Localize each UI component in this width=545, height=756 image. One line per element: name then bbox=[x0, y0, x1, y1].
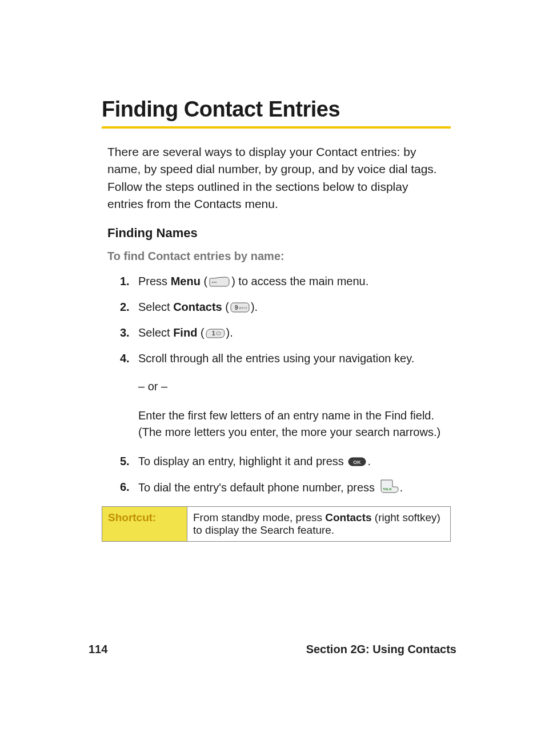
step-4: 4. Scroll through all the entries using … bbox=[120, 350, 445, 367]
bold: Menu bbox=[171, 275, 201, 287]
text: To dial the entry's default phone number… bbox=[138, 481, 378, 494]
key-9-icon: 9 WXYZ bbox=[230, 302, 250, 313]
text: . bbox=[400, 481, 403, 494]
shortcut-body: From standby mode, press Contacts (right… bbox=[187, 506, 451, 541]
step-number: 3. bbox=[120, 325, 138, 341]
text: ) to access the main menu. bbox=[231, 275, 368, 287]
step-5: 5. To display an entry, highlight it and… bbox=[120, 453, 445, 470]
text: ). bbox=[251, 301, 258, 313]
shortcut-label: Shortcut: bbox=[102, 506, 187, 541]
step-number: 4. bbox=[120, 350, 138, 367]
step-number: 2. bbox=[120, 299, 138, 315]
text: Press bbox=[138, 275, 171, 287]
text: ). bbox=[226, 326, 233, 339]
step-or: – or – bbox=[138, 378, 445, 395]
talk-key-icon: TALK bbox=[379, 479, 399, 494]
text: ( bbox=[201, 275, 207, 287]
lead-line: To find Contact entries by name: bbox=[107, 250, 451, 263]
svg-text:WXYZ: WXYZ bbox=[239, 306, 247, 310]
svg-text:TALK: TALK bbox=[383, 487, 392, 491]
subheading: Finding Names bbox=[107, 226, 451, 241]
page-footer: 114 Section 2G: Using Contacts bbox=[89, 643, 456, 656]
page-number: 114 bbox=[89, 643, 107, 656]
step-6: 6. To dial the entry's default phone num… bbox=[120, 479, 445, 496]
key-1-icon: 1 bbox=[206, 327, 225, 339]
menu-softkey-icon bbox=[209, 276, 230, 287]
text: From standby mode, press bbox=[193, 511, 325, 523]
document-page: Finding Contact Entries There are severa… bbox=[0, 0, 545, 756]
bold: Contacts bbox=[173, 301, 222, 313]
shortcut-box: Shortcut: From standby mode, press Conta… bbox=[102, 506, 451, 542]
step-2: 2. Select Contacts ( 9 WXYZ ). bbox=[120, 299, 445, 315]
steps-list-continued: 5. To display an entry, highlight it and… bbox=[120, 453, 445, 496]
title-rule bbox=[102, 126, 451, 129]
text: Select bbox=[138, 326, 173, 339]
text: . bbox=[367, 455, 371, 467]
step-3: 3. Select Find ( 1 ). bbox=[120, 325, 445, 341]
page-title: Finding Contact Entries bbox=[102, 97, 451, 122]
svg-text:OK: OK bbox=[354, 459, 362, 465]
bold: Find bbox=[173, 326, 197, 339]
text: ( bbox=[197, 326, 204, 339]
intro-paragraph: There are several ways to display your C… bbox=[107, 143, 445, 213]
svg-point-1 bbox=[214, 282, 215, 283]
step-number: 1. bbox=[120, 273, 138, 290]
step-number: 6. bbox=[120, 479, 138, 495]
text: Select bbox=[138, 301, 173, 313]
svg-point-2 bbox=[215, 282, 217, 283]
steps-list: 1. Press Menu ( ) to access the main men… bbox=[120, 273, 445, 367]
svg-text:1: 1 bbox=[212, 330, 215, 337]
ok-key-icon: OK bbox=[348, 456, 366, 467]
svg-text:9: 9 bbox=[235, 305, 238, 311]
svg-point-0 bbox=[212, 282, 213, 283]
step-alt: Enter the first few letters of an entry … bbox=[138, 407, 445, 441]
text: To display an entry, highlight it and pr… bbox=[138, 455, 347, 467]
step-number: 5. bbox=[120, 453, 138, 470]
section-label: Section 2G: Using Contacts bbox=[306, 643, 456, 656]
bold: Contacts bbox=[325, 511, 371, 523]
step-1: 1. Press Menu ( ) to access the main men… bbox=[120, 273, 445, 290]
text: ( bbox=[222, 301, 229, 313]
text: Scroll through all the entries using you… bbox=[138, 350, 445, 367]
